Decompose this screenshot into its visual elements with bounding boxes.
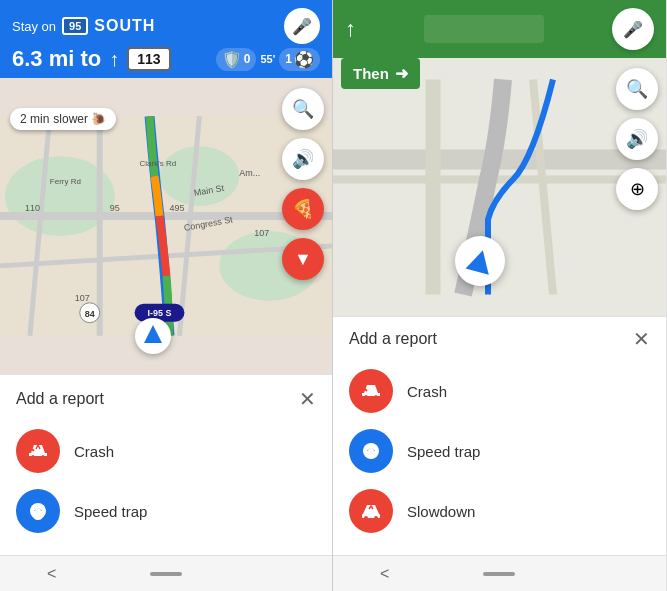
bookmark-button-left[interactable]: ▼ xyxy=(282,238,324,280)
stay-on-label: Stay on xyxy=(12,19,56,34)
speed-svg-right xyxy=(359,439,383,463)
then-label: Then xyxy=(353,65,389,82)
team1-score: 0 xyxy=(244,52,251,66)
crash-label-left: Crash xyxy=(74,443,114,460)
search-button-left[interactable]: 🔍 xyxy=(282,88,324,130)
svg-text:Am...: Am... xyxy=(239,168,260,178)
system-nav-left: < < xyxy=(0,555,332,591)
panel-title-right: Add a report xyxy=(349,330,437,348)
system-nav-right: < < xyxy=(333,555,666,591)
svg-text:107: 107 xyxy=(254,228,269,238)
up-arrow-right: ↑ xyxy=(345,16,356,42)
report-slowdown-right[interactable]: Slowdown xyxy=(349,481,650,541)
pizza-button-left[interactable]: 🍕 xyxy=(282,188,324,230)
score-badges: 🛡️ 0 55' 1 ⚽ xyxy=(216,48,320,71)
search-icon-right: 🔍 xyxy=(626,78,648,100)
slow-svg-right xyxy=(359,499,383,523)
map-right[interactable]: Then ➜ 🔍 🔊 xyxy=(333,58,666,316)
mic-button-left[interactable]: 🎤 xyxy=(284,8,320,44)
speed-icon-left xyxy=(16,489,60,533)
navigation-header-left: Stay on 95 SOUTH 🎤 6.3 mi to ↑ 113 🛡️ 0 … xyxy=(0,0,332,78)
speed-label-left: Speed trap xyxy=(74,503,147,520)
close-panel-button-left[interactable]: ✕ xyxy=(299,389,316,409)
map-controls-left: 🔍 🔊 🍕 ▼ xyxy=(282,88,324,280)
team2-badge: 1 ⚽ xyxy=(279,48,320,71)
team2-icon: ⚽ xyxy=(294,50,314,69)
crash-svg-right xyxy=(359,379,383,403)
svg-point-38 xyxy=(374,516,378,520)
svg-point-35 xyxy=(368,448,374,454)
nav-position-indicator xyxy=(135,318,171,354)
report-speed-left[interactable]: Speed trap xyxy=(16,481,316,541)
slowdown-label-right: Slowdown xyxy=(407,503,475,520)
blurred-destination xyxy=(424,15,544,43)
svg-text:84: 84 xyxy=(85,309,95,319)
layers-icon-right: ⊕ xyxy=(630,178,645,200)
left-screen: Stay on 95 SOUTH 🎤 6.3 mi to ↑ 113 🛡️ 0 … xyxy=(0,0,333,591)
report-speed-right[interactable]: Speed trap xyxy=(349,421,650,481)
svg-point-24 xyxy=(42,455,45,458)
svg-point-23 xyxy=(32,455,35,458)
svg-text:110: 110 xyxy=(25,203,40,213)
slow-icon-right xyxy=(349,489,393,533)
slower-badge: 2 min slower 🐌 xyxy=(10,108,116,130)
direction-label: SOUTH xyxy=(94,17,155,35)
report-crash-left[interactable]: Crash xyxy=(16,421,316,481)
svg-point-26 xyxy=(35,508,41,514)
mic-button-right[interactable]: 🎤 xyxy=(612,8,654,50)
speed-icon-right xyxy=(349,429,393,473)
volume-icon-right: 🔊 xyxy=(626,128,648,150)
svg-text:Clark's Rd: Clark's Rd xyxy=(140,159,177,168)
svg-point-32 xyxy=(365,395,368,398)
panel-title-left: Add a report xyxy=(16,390,104,408)
crash-svg-left xyxy=(26,439,50,463)
distance-label: 6.3 mi to xyxy=(12,46,101,72)
map-left[interactable]: 95 110 495 107 107 Congress St Main St A… xyxy=(0,78,332,374)
volume-icon-left: 🔊 xyxy=(292,148,314,170)
mic-icon-left: 🎤 xyxy=(292,17,312,36)
panel-header-left: Add a report ✕ xyxy=(16,389,316,409)
spacer-left: < xyxy=(276,565,285,583)
back-button-left[interactable]: < xyxy=(47,565,56,583)
speed-svg-left xyxy=(26,499,50,523)
team1-icon: 🛡️ xyxy=(222,50,242,69)
svg-text:107: 107 xyxy=(75,293,90,303)
team2-score: 1 xyxy=(285,52,292,66)
right-screen: ↑ 🎤 Then ➜ xyxy=(333,0,666,591)
navigation-header-right: ↑ 🎤 xyxy=(333,0,666,58)
report-panel-left: Add a report ✕ Crash xyxy=(0,374,332,555)
route-number-badge: 95 xyxy=(62,17,88,35)
home-indicator-left[interactable] xyxy=(150,572,182,576)
slower-sublabel: slower 🐌 xyxy=(53,112,106,126)
map-controls-right: 🔍 🔊 ⊕ xyxy=(616,68,658,210)
close-panel-button-right[interactable]: ✕ xyxy=(633,329,650,349)
speed-label-right: Speed trap xyxy=(407,443,480,460)
back-button-right[interactable]: < xyxy=(380,565,389,583)
crash-icon-right xyxy=(349,369,393,413)
mic-icon-right: 🎤 xyxy=(623,20,643,39)
svg-point-37 xyxy=(364,516,368,520)
bookmark-icon-left: ▼ xyxy=(294,249,312,270)
team1-badge: 🛡️ 0 xyxy=(216,48,257,71)
svg-text:I-95 S: I-95 S xyxy=(148,308,172,318)
spacer-right: < xyxy=(610,565,619,583)
search-button-right[interactable]: 🔍 xyxy=(616,68,658,110)
panel-header-right: Add a report ✕ xyxy=(349,329,650,349)
report-crash-right[interactable]: Crash xyxy=(349,361,650,421)
nav-indicator-right xyxy=(455,236,505,286)
svg-text:Ferry Rd: Ferry Rd xyxy=(50,177,81,186)
turn-arrow-left: ↑ xyxy=(109,48,119,71)
then-badge: Then ➜ xyxy=(341,58,420,89)
crash-label-right: Crash xyxy=(407,383,447,400)
next-road-shield: 113 xyxy=(127,47,170,71)
svg-text:495: 495 xyxy=(169,203,184,213)
layers-button-right[interactable]: ⊕ xyxy=(616,168,658,210)
svg-point-33 xyxy=(375,395,378,398)
then-arrow-icon: ➜ xyxy=(395,64,408,83)
volume-button-left[interactable]: 🔊 xyxy=(282,138,324,180)
search-icon-left: 🔍 xyxy=(292,98,314,120)
slower-text: 2 min xyxy=(20,112,49,126)
home-indicator-right[interactable] xyxy=(483,572,515,576)
food-icon-left: 🍕 xyxy=(292,198,314,220)
volume-button-right[interactable]: 🔊 xyxy=(616,118,658,160)
